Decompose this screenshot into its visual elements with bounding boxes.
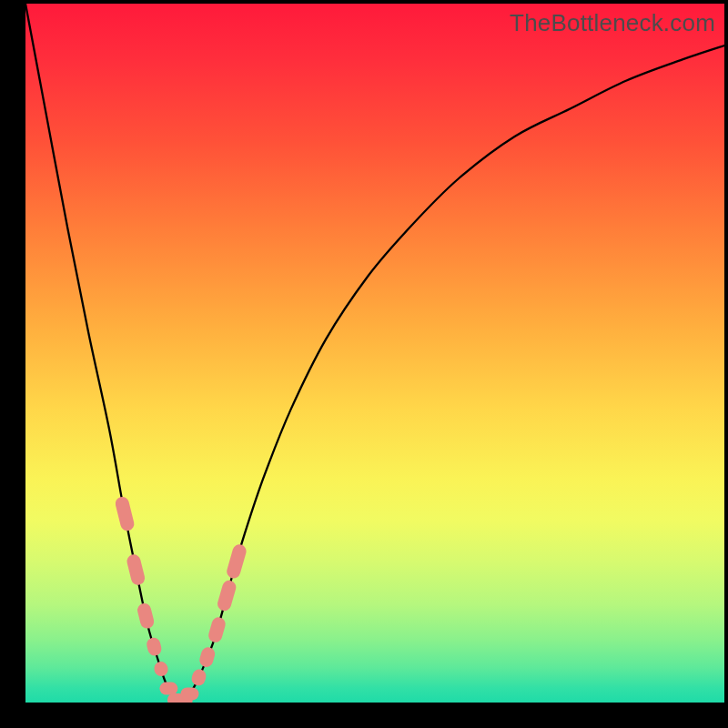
curve-marker [216,579,238,612]
curve-marker [153,661,169,678]
curve-marker [126,553,147,587]
curve-markers [114,495,248,703]
curve-marker [225,543,248,581]
curve-marker [190,668,207,687]
curve-marker [136,602,155,630]
curve-marker [207,616,227,644]
curve-marker [181,687,199,700]
curve-marker [114,495,136,532]
curve-marker [197,645,216,668]
curve-marker [146,636,163,657]
chart-svg [25,4,724,703]
bottleneck-curve [25,4,724,703]
curve-marker [159,682,177,695]
chart-frame: TheBottleneck.com [0,0,728,728]
plot-area: TheBottleneck.com [25,4,724,703]
